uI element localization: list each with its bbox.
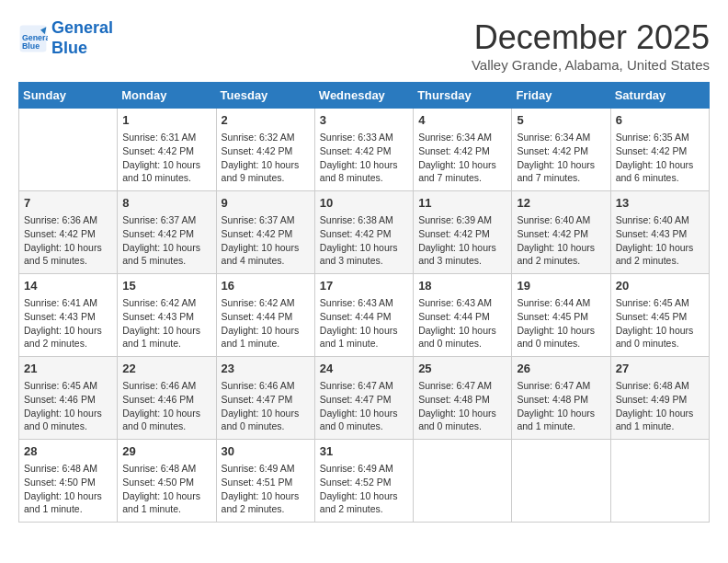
logo-line1: General [51,18,113,37]
day-number: 1 [122,112,210,129]
svg-text:Blue: Blue [22,41,40,51]
day-number: 26 [517,361,605,377]
calendar-cell [19,109,118,191]
day-info: Sunrise: 6:38 AM Sunset: 4:42 PM Dayligh… [320,213,408,268]
calendar-cell: 26Sunrise: 6:47 AM Sunset: 4:48 PM Dayli… [512,357,610,440]
day-info: Sunrise: 6:48 AM Sunset: 4:49 PM Dayligh… [616,379,704,433]
calendar-cell: 11Sunrise: 6:39 AM Sunset: 4:42 PM Dayli… [414,191,512,274]
calendar-cell: 7Sunrise: 6:36 AM Sunset: 4:42 PM Daylig… [19,191,118,274]
calendar-cell: 5Sunrise: 6:34 AM Sunset: 4:42 PM Daylig… [512,109,610,191]
day-info: Sunrise: 6:34 AM Sunset: 4:42 PM Dayligh… [517,131,605,185]
day-info: Sunrise: 6:49 AM Sunset: 4:51 PM Dayligh… [222,462,310,516]
day-number: 10 [320,195,408,212]
day-number: 22 [122,361,210,377]
calendar-cell: 24Sunrise: 6:47 AM Sunset: 4:47 PM Dayli… [314,357,413,440]
calendar-cell: 28Sunrise: 6:48 AM Sunset: 4:50 PM Dayli… [19,440,118,523]
day-number: 9 [222,195,310,212]
calendar-cell: 22Sunrise: 6:46 AM Sunset: 4:46 PM Dayli… [118,357,216,440]
day-number: 13 [616,195,704,212]
header-day-saturday: Saturday [610,83,709,109]
day-number: 23 [222,361,310,377]
day-number: 14 [24,278,112,294]
day-info: Sunrise: 6:44 AM Sunset: 4:45 PM Dayligh… [517,296,605,350]
day-info: Sunrise: 6:43 AM Sunset: 4:44 PM Dayligh… [418,296,506,350]
calendar-cell: 23Sunrise: 6:46 AM Sunset: 4:47 PM Dayli… [216,357,314,440]
day-number: 18 [418,278,506,294]
calendar-week-3: 14Sunrise: 6:41 AM Sunset: 4:43 PM Dayli… [19,274,710,357]
calendar-cell: 13Sunrise: 6:40 AM Sunset: 4:43 PM Dayli… [610,191,709,274]
logo: General Blue General Blue [18,18,113,58]
calendar-cell: 10Sunrise: 6:38 AM Sunset: 4:42 PM Dayli… [314,191,413,274]
calendar-cell: 6Sunrise: 6:35 AM Sunset: 4:42 PM Daylig… [610,109,709,191]
calendar-cell: 29Sunrise: 6:48 AM Sunset: 4:50 PM Dayli… [118,440,216,523]
day-info: Sunrise: 6:46 AM Sunset: 4:47 PM Dayligh… [222,379,310,433]
day-number: 17 [320,278,408,294]
calendar-cell: 14Sunrise: 6:41 AM Sunset: 4:43 PM Dayli… [19,274,118,357]
day-number: 7 [24,195,112,212]
day-info: Sunrise: 6:48 AM Sunset: 4:50 PM Dayligh… [24,462,112,516]
day-info: Sunrise: 6:47 AM Sunset: 4:48 PM Dayligh… [418,379,506,433]
calendar-cell: 30Sunrise: 6:49 AM Sunset: 4:51 PM Dayli… [216,440,314,523]
location: Valley Grande, Alabama, United States [472,57,710,73]
day-info: Sunrise: 6:34 AM Sunset: 4:42 PM Dayligh… [418,131,506,185]
day-info: Sunrise: 6:45 AM Sunset: 4:45 PM Dayligh… [616,296,704,350]
day-info: Sunrise: 6:35 AM Sunset: 4:42 PM Dayligh… [616,131,704,185]
day-number: 21 [24,361,112,377]
day-info: Sunrise: 6:41 AM Sunset: 4:43 PM Dayligh… [24,296,112,350]
calendar-table: SundayMondayTuesdayWednesdayThursdayFrid… [18,82,710,523]
day-info: Sunrise: 6:36 AM Sunset: 4:42 PM Dayligh… [24,213,112,268]
day-number: 31 [320,443,408,460]
day-number: 3 [320,112,408,129]
day-number: 16 [222,278,310,294]
calendar-cell: 1Sunrise: 6:31 AM Sunset: 4:42 PM Daylig… [118,109,216,191]
day-info: Sunrise: 6:39 AM Sunset: 4:42 PM Dayligh… [418,213,506,268]
day-number: 12 [517,195,605,212]
calendar-cell: 12Sunrise: 6:40 AM Sunset: 4:42 PM Dayli… [512,191,610,274]
month-title: December 2025 [472,18,710,57]
day-number: 19 [517,278,605,294]
day-number: 4 [418,112,506,129]
calendar-cell: 4Sunrise: 6:34 AM Sunset: 4:42 PM Daylig… [414,109,512,191]
day-info: Sunrise: 6:46 AM Sunset: 4:46 PM Dayligh… [122,379,210,433]
header-day-thursday: Thursday [414,83,512,109]
calendar-cell: 17Sunrise: 6:43 AM Sunset: 4:44 PM Dayli… [314,274,413,357]
calendar-cell: 3Sunrise: 6:33 AM Sunset: 4:42 PM Daylig… [314,109,413,191]
calendar-cell: 16Sunrise: 6:42 AM Sunset: 4:44 PM Dayli… [216,274,314,357]
calendar-cell: 19Sunrise: 6:44 AM Sunset: 4:45 PM Dayli… [512,274,610,357]
calendar-cell [512,440,610,523]
calendar-cell [610,440,709,523]
calendar-cell: 31Sunrise: 6:49 AM Sunset: 4:52 PM Dayli… [314,440,413,523]
day-info: Sunrise: 6:33 AM Sunset: 4:42 PM Dayligh… [320,131,408,185]
day-number: 29 [122,443,210,460]
day-number: 30 [222,443,310,460]
day-number: 25 [418,361,506,377]
day-info: Sunrise: 6:47 AM Sunset: 4:47 PM Dayligh… [320,379,408,433]
day-number: 15 [122,278,210,294]
day-info: Sunrise: 6:32 AM Sunset: 4:42 PM Dayligh… [222,131,310,185]
day-number: 2 [222,112,310,129]
day-info: Sunrise: 6:40 AM Sunset: 4:43 PM Dayligh… [616,213,704,268]
day-info: Sunrise: 6:40 AM Sunset: 4:42 PM Dayligh… [517,213,605,268]
calendar-cell: 15Sunrise: 6:42 AM Sunset: 4:43 PM Dayli… [118,274,216,357]
day-info: Sunrise: 6:42 AM Sunset: 4:44 PM Dayligh… [222,296,310,350]
day-info: Sunrise: 6:42 AM Sunset: 4:43 PM Dayligh… [122,296,210,350]
calendar-cell: 20Sunrise: 6:45 AM Sunset: 4:45 PM Dayli… [610,274,709,357]
day-info: Sunrise: 6:48 AM Sunset: 4:50 PM Dayligh… [122,462,210,516]
day-number: 5 [517,112,605,129]
calendar-cell: 27Sunrise: 6:48 AM Sunset: 4:49 PM Dayli… [610,357,709,440]
header-day-sunday: Sunday [19,83,118,109]
calendar-week-1: 1Sunrise: 6:31 AM Sunset: 4:42 PM Daylig… [19,109,710,191]
header-day-friday: Friday [512,83,610,109]
header-day-monday: Monday [118,83,216,109]
day-info: Sunrise: 6:37 AM Sunset: 4:42 PM Dayligh… [122,213,210,268]
logo-icon: General Blue [18,24,48,53]
calendar-cell: 25Sunrise: 6:47 AM Sunset: 4:48 PM Dayli… [414,357,512,440]
day-number: 24 [320,361,408,377]
day-number: 11 [418,195,506,212]
calendar-header-row: SundayMondayTuesdayWednesdayThursdayFrid… [19,83,710,109]
calendar-cell: 9Sunrise: 6:37 AM Sunset: 4:42 PM Daylig… [216,191,314,274]
svg-text:General: General [22,32,48,41]
calendar-cell: 18Sunrise: 6:43 AM Sunset: 4:44 PM Dayli… [414,274,512,357]
page-header: General Blue General Blue December 2025 … [18,18,710,73]
day-number: 27 [616,361,704,377]
